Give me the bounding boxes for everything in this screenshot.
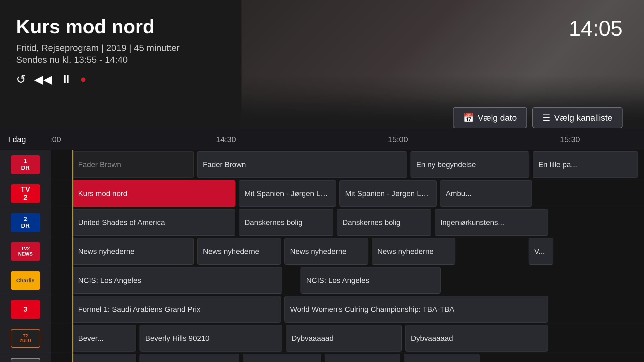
program-title-dr1-1: Fader Brown (203, 160, 246, 169)
program-title-dr1-0: Fader Brown (78, 160, 121, 169)
channel-list-button[interactable]: ☰ Vælg kanalliste (532, 107, 623, 128)
epg-row-bbc: BBC BRITTop GearThe RacesWould I Lie to … (0, 353, 644, 362)
program-block-bbc-1[interactable]: The Races (140, 354, 239, 362)
programs-dr2: United Shades of AmericaDanskernes bolig… (51, 208, 644, 237)
program-block-zulu-0[interactable]: Bever... (72, 325, 136, 352)
logo-box-dr1: 1 DR (11, 155, 40, 174)
program-block-dr2-0[interactable]: United Shades of America (72, 209, 235, 236)
program-block-tv2-2[interactable]: Mit Spanien - Jørgen Leth & Hans Pi... (339, 180, 437, 207)
programs-tv3: Formel 1: Saudi Arabiens Grand PrixWorld… (51, 295, 644, 324)
program-title-tv2-2: Mit Spanien - Jørgen Leth & Hans Pi... (345, 189, 431, 198)
logo-box-bbc: BBC BRIT (11, 358, 40, 362)
program-title-tv2-3: Ambu... (446, 189, 471, 198)
programs-tv2news: News nyhederneNews nyhederneNews nyheder… (51, 237, 644, 266)
time-label-1500: 15:00 (388, 135, 408, 144)
channel-logo-dr2: 2 DR (0, 208, 51, 237)
program-title-zulu-3: Dybvaaaaad (411, 334, 453, 343)
channel-logo-tv2: TV 2 (0, 179, 51, 208)
program-title-zulu-0: Bever... (78, 334, 104, 343)
logo-box-zulu: T2 ZULU (11, 329, 40, 348)
epg-row-charlie: CharlieNCIS: Los AngelesNCIS: Los Angele… (0, 266, 644, 295)
logo-box-tv2news: TV2 NEWS (11, 242, 40, 261)
program-block-tv3-0[interactable]: Formel 1: Saudi Arabiens Grand Prix (72, 296, 281, 323)
epg-row-tv2news: TV2 NEWSNews nyhederneNews nyhederneNews… (0, 237, 644, 266)
date-button-label: Vælg dato (478, 113, 517, 123)
epg-grid: 1 DRFader BrownFader BrownEn ny begyndel… (0, 150, 644, 362)
programs-dr1: Fader BrownFader BrownEn ny begyndelseEn… (51, 150, 644, 179)
channel-logo-charlie: Charlie (0, 266, 51, 295)
program-title-zulu-2: Dybvaaaaad (291, 334, 334, 343)
program-title-charlie-0: NCIS: Los Angeles (78, 276, 141, 285)
program-title-dr2-0: United Shades of America (78, 218, 165, 227)
program-block-charlie-0[interactable]: NCIS: Los Angeles (72, 267, 282, 294)
program-block-tv2news-4[interactable]: V... (529, 238, 553, 265)
program-block-bbc-0[interactable]: Top Gear (72, 354, 136, 362)
channel-logo-bbc: BBC BRIT (0, 353, 51, 362)
logo-box-charlie: Charlie (11, 271, 40, 290)
program-title-tv2news-1: News nyhederne (203, 247, 259, 256)
program-block-dr2-1[interactable]: Danskernes bolig (239, 209, 333, 236)
program-block-tv2news-2[interactable]: News nyhederne (284, 238, 368, 265)
logo-box-tv3: 3 (11, 300, 40, 319)
program-title-dr2-2: Danskernes bolig (342, 218, 400, 227)
program-title-charlie-1: NCIS: Los Angeles (306, 276, 369, 285)
clock-display: 14:05 (569, 16, 623, 41)
epg-row-tv2: TV 2Kurs mod nordMit Spanien - Jørgen Le… (0, 179, 644, 208)
program-title-tv2-0: Kurs mod nord (78, 189, 127, 198)
program-title-tv2news-3: News nyhederne (377, 247, 434, 256)
program-block-zulu-2[interactable]: Dybvaaaaad (286, 325, 402, 352)
program-block-tv2-3[interactable]: Ambu... (440, 180, 532, 207)
time-label-1430: 14:30 (216, 135, 236, 144)
program-block-zulu-1[interactable]: Beverly Hills 90210 (140, 325, 282, 352)
programs-zulu: Bever...Beverly Hills 90210DybvaaaaadDyb… (51, 324, 644, 353)
program-block-dr1-2[interactable]: En ny begyndelse (411, 151, 529, 178)
programs-tv2: Kurs mod nordMit Spanien - Jørgen Leth &… (51, 179, 644, 208)
program-block-dr1-0[interactable]: Fader Brown (72, 151, 194, 178)
program-block-dr2-3[interactable]: Ingeniørkunstens... (435, 209, 548, 236)
program-title-tv2news-0: News nyhederne (78, 247, 134, 256)
list-icon: ☰ (543, 113, 550, 123)
today-label: I dag (0, 135, 51, 144)
program-block-zulu-3[interactable]: Dybvaaaaad (405, 325, 548, 352)
rewind-icon[interactable]: ◀◀ (34, 72, 52, 86)
program-block-bbc-3[interactable]: QI (325, 354, 400, 362)
program-block-tv2news-0[interactable]: News nyhederne (72, 238, 194, 265)
epg-row-dr1: 1 DRFader BrownFader BrownEn ny begyndel… (0, 150, 644, 179)
program-title-tv3-1: World Women's Culring Championship: TBA-… (290, 305, 454, 314)
channel-logo-tv2news: TV2 NEWS (0, 237, 51, 266)
program-title-tv2-1: Mit Spanien - Jørgen Leth & Hans Pi... (244, 189, 330, 198)
program-block-dr1-3[interactable]: En lille pa... (533, 151, 638, 178)
epg-buttons: 📅 Vælg dato ☰ Vælg kanalliste (453, 107, 623, 128)
program-block-bbc-4[interactable]: QI (404, 354, 480, 362)
program-title-dr1-2: En ny begyndelse (416, 160, 476, 169)
time-label-1400: 14:00 (51, 135, 61, 144)
program-block-tv3-1[interactable]: World Women's Culring Championship: TBA-… (284, 296, 548, 323)
program-block-bbc-2[interactable]: Would I Lie to You? (243, 354, 321, 362)
playback-controls: ↺ ◀◀ ⏸ ● (16, 72, 180, 86)
time-slots: 14:0014:3015:0015:30 (51, 129, 644, 150)
program-block-tv2-1[interactable]: Mit Spanien - Jørgen Leth & Hans Pi... (239, 180, 336, 207)
epg-row-zulu: T2 ZULUBever...Beverly Hills 90210Dybvaa… (0, 324, 644, 353)
program-block-charlie-1[interactable]: NCIS: Los Angeles (301, 267, 441, 294)
record-icon[interactable]: ● (80, 73, 86, 85)
programs-charlie: NCIS: Los AngelesNCIS: Los Angeles (51, 266, 644, 295)
channel-logo-zulu: T2 ZULU (0, 324, 51, 353)
program-info: Kurs mod nord Fritid, Rejseprogram | 201… (16, 16, 180, 86)
program-block-dr1-1[interactable]: Fader Brown (197, 151, 407, 178)
date-select-button[interactable]: 📅 Vælg dato (453, 107, 527, 128)
program-block-tv2news-1[interactable]: News nyhederne (197, 238, 281, 265)
program-title-zulu-1: Beverly Hills 90210 (145, 334, 210, 343)
channel-button-label: Vælg kanalliste (554, 113, 612, 123)
program-block-dr2-2[interactable]: Danskernes bolig (337, 209, 431, 236)
program-block-tv2news-3[interactable]: News nyhederne (372, 238, 455, 265)
replay-icon[interactable]: ↺ (16, 72, 26, 86)
logo-box-dr2: 2 DR (11, 213, 40, 232)
program-title-dr1-3: En lille pa... (538, 160, 577, 169)
logo-box-tv2: TV 2 (11, 184, 40, 203)
epg-time-header: I dag 14:0014:3015:0015:30 (0, 129, 644, 150)
program-block-tv2-0[interactable]: Kurs mod nord (72, 180, 235, 207)
program-title-dr2-1: Danskernes bolig (244, 218, 302, 227)
epg-container: 📅 Vælg dato ☰ Vælg kanalliste I dag 14:0… (0, 129, 644, 362)
channel-logo-tv3: 3 (0, 295, 51, 324)
pause-icon[interactable]: ⏸ (60, 72, 72, 86)
